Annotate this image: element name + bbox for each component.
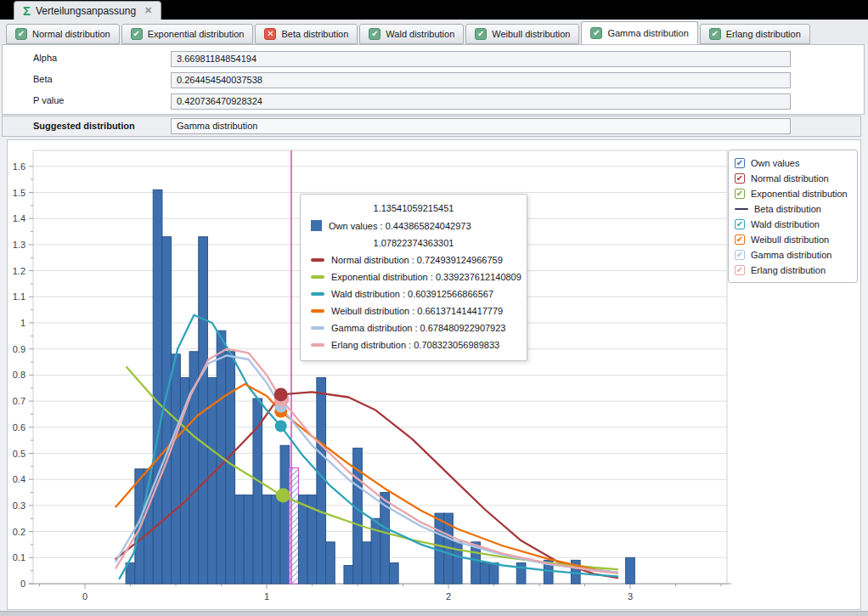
svg-text:0.7: 0.7 <box>13 396 25 406</box>
tab-label: Weibull distribution <box>492 29 570 39</box>
histogram-bar[interactable] <box>207 377 217 584</box>
legend-checkbox-checked-icon[interactable]: ✔ <box>735 189 745 199</box>
tooltip-row-erlang-distribution: Erlang distribution : 0.708323056989833 <box>311 340 516 350</box>
tab-label: Gamma distribution <box>607 28 688 38</box>
series-line-swatch <box>311 309 324 313</box>
legend-item-normal-distribution[interactable]: ✔Normal distribution <box>735 171 852 186</box>
tooltip-row-wald-distribution: Wald distribution : 0.603912566866567 <box>311 289 516 299</box>
tooltip-series-text: Gamma distribution : 0.678480922907923 <box>331 323 505 333</box>
histogram-bar[interactable] <box>226 352 235 584</box>
param-row-alpha: Alpha3.66981184854194 <box>3 51 864 67</box>
svg-text:1.1: 1.1 <box>13 291 25 302</box>
tooltip-own-values-text: Own values : 0.443865824042973 <box>329 221 471 231</box>
legend-checkbox-checked-icon[interactable]: ✔ <box>735 265 745 275</box>
histogram-bar[interactable] <box>326 542 335 584</box>
tooltip-series-text: Normal distribution : 0.724939124966759 <box>331 255 503 265</box>
tooltip-series-text: Weibull distribution : 0.661371414417779 <box>331 306 503 316</box>
svg-text:1.2: 1.2 <box>13 266 25 276</box>
histogram-bar[interactable] <box>262 495 272 584</box>
check-icon: ✔ <box>590 27 602 39</box>
legend-item-gamma-distribution[interactable]: ✔Gamma distribution <box>735 247 852 263</box>
legend-checkbox-checked-icon[interactable]: ✔ <box>735 219 745 229</box>
check-icon: ✔ <box>369 28 380 40</box>
svg-text:1.4: 1.4 <box>13 213 25 223</box>
legend-item-own-values[interactable]: ✔Own values <box>735 155 852 171</box>
tab-label: Exponential distribution <box>148 29 245 39</box>
svg-text:2: 2 <box>446 591 451 602</box>
svg-text:0.8: 0.8 <box>13 370 25 380</box>
param-label: Alpha <box>33 53 57 63</box>
distribution-tab-bar: ✔Normal distribution✔Exponential distrib… <box>0 20 868 44</box>
tooltip-series-text: Wald distribution : 0.603912566866567 <box>331 289 493 299</box>
svg-text:0.2: 0.2 <box>13 527 25 537</box>
svg-text:3: 3 <box>628 591 633 602</box>
histogram-bar[interactable] <box>489 562 499 584</box>
tooltip-bin-x-value: 1.13541059215451 <box>311 203 516 213</box>
tab-exponential-distribution[interactable]: ✔Exponential distribution <box>121 24 254 44</box>
svg-text:1: 1 <box>20 318 25 328</box>
legend-item-exponential-distribution[interactable]: ✔Exponential distribution <box>735 186 852 201</box>
legend-label: Weibull distribution <box>751 235 829 245</box>
series-line-swatch <box>311 326 324 330</box>
histogram-bar[interactable] <box>480 562 489 584</box>
suggested-distribution-value[interactable]: Gamma distribution <box>171 118 791 134</box>
document-tab[interactable]: Σ Verteilungsanpassung ✕ <box>14 1 161 20</box>
marker-exponential-distribution <box>276 488 290 502</box>
tab-erlang-distribution[interactable]: ✔Erlang distribution <box>700 24 810 44</box>
legend-item-weibull-distribution[interactable]: ✔Weibull distribution <box>735 232 852 247</box>
tab-beta-distribution[interactable]: ✕Beta distribution <box>255 24 358 44</box>
svg-text:0.4: 0.4 <box>13 474 25 484</box>
histogram-bar[interactable] <box>362 542 371 584</box>
tab-gamma-distribution[interactable]: ✔Gamma distribution <box>581 21 697 44</box>
param-value-field[interactable]: 3.66981184854194 <box>171 51 791 67</box>
histogram-bar[interactable] <box>626 557 635 584</box>
legend-label: Erlang distribution <box>751 265 826 275</box>
tooltip-row-exponential-distribution: Exponential distribution : 0.33923761214… <box>311 272 516 282</box>
histogram-bar[interactable] <box>280 445 290 584</box>
param-row-beta: Beta0.264454540037538 <box>3 72 864 88</box>
chart-panel: 00.10.20.30.40.50.60.70.80.911.11.21.31.… <box>7 139 861 610</box>
legend-line-swatch[interactable] <box>735 208 748 210</box>
histogram-bar[interactable] <box>235 495 245 584</box>
histogram-bar[interactable] <box>344 566 353 584</box>
svg-text:0.3: 0.3 <box>13 500 25 511</box>
param-value-field[interactable]: 0.264454540037538 <box>171 72 791 88</box>
legend-checkbox-checked-icon[interactable]: ✔ <box>735 250 745 260</box>
suggested-distribution-label: Suggested distribution <box>33 121 135 131</box>
svg-text:0.6: 0.6 <box>13 422 25 432</box>
document-tab-bar: Σ Verteilungsanpassung ✕ <box>0 0 868 20</box>
legend-item-wald-distribution[interactable]: ✔Wald distribution <box>735 217 852 232</box>
y-axis: 00.10.20.30.40.50.60.70.80.911.11.21.31.… <box>13 161 33 589</box>
check-icon: ✔ <box>15 28 27 40</box>
param-label: Beta <box>33 74 53 84</box>
legend-item-beta-distribution[interactable]: Beta distribution <box>735 201 852 217</box>
window-bottom-edge <box>0 611 868 616</box>
parameters-panel: Alpha3.66981184854194Beta0.2644545400375… <box>2 44 865 115</box>
close-tab-icon[interactable]: ✕ <box>144 5 152 16</box>
histogram-bar[interactable] <box>516 562 526 584</box>
histogram-bar[interactable] <box>244 495 253 584</box>
svg-text:0: 0 <box>82 591 87 602</box>
series-line-swatch <box>311 275 324 279</box>
histogram-bar[interactable] <box>389 562 398 584</box>
document-tab-title: Verteilungsanpassung <box>36 5 136 17</box>
histogram-bar[interactable] <box>298 495 307 584</box>
legend-label: Wald distribution <box>751 219 820 229</box>
legend-label: Own values <box>751 158 799 168</box>
error-x-icon: ✕ <box>264 28 276 40</box>
histogram-bar[interactable] <box>271 495 280 584</box>
legend-label: Beta distribution <box>754 204 821 214</box>
series-line-swatch <box>311 292 324 296</box>
histogram-bar[interactable] <box>172 354 181 584</box>
legend-checkbox-checked-icon[interactable]: ✔ <box>735 173 745 184</box>
tab-wald-distribution[interactable]: ✔Wald distribution <box>359 24 464 44</box>
tab-normal-distribution[interactable]: ✔Normal distribution <box>6 24 120 44</box>
legend-checkbox-checked-icon[interactable]: ✔ <box>735 235 745 245</box>
legend-item-erlang-distribution[interactable]: ✔Erlang distribution <box>735 263 852 278</box>
tooltip-row-gamma-distribution: Gamma distribution : 0.678480922907923 <box>311 323 516 333</box>
tab-weibull-distribution[interactable]: ✔Weibull distribution <box>465 24 579 44</box>
svg-text:0.5: 0.5 <box>13 449 25 459</box>
param-value-field[interactable]: 0.420736470928324 <box>171 93 791 110</box>
legend-checkbox-checked-icon[interactable]: ✔ <box>735 158 745 168</box>
tab-label: Beta distribution <box>281 29 348 39</box>
